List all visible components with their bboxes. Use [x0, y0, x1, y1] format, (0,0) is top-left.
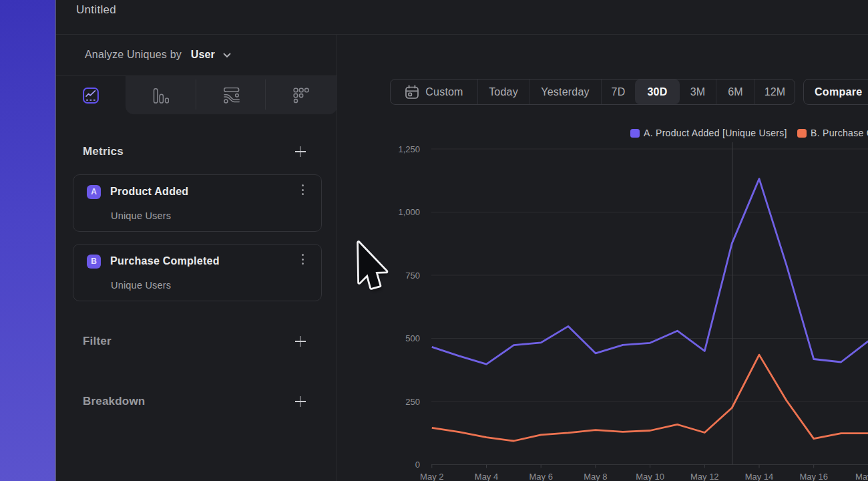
svg-text:May 8: May 8 — [584, 472, 607, 481]
svg-text:May 6: May 6 — [529, 472, 552, 481]
svg-text:May 18: May 18 — [855, 472, 868, 481]
svg-text:May 16: May 16 — [799, 472, 828, 481]
svg-text:750: 750 — [405, 271, 420, 281]
svg-text:May 2: May 2 — [420, 472, 443, 481]
svg-text:May 12: May 12 — [690, 472, 719, 481]
svg-text:1,000: 1,000 — [398, 207, 420, 217]
svg-text:0: 0 — [415, 460, 420, 470]
svg-text:May 14: May 14 — [745, 472, 774, 481]
svg-text:1,250: 1,250 — [398, 144, 420, 154]
svg-text:May 4: May 4 — [475, 472, 498, 481]
svg-text:May 10: May 10 — [636, 472, 664, 481]
svg-text:500: 500 — [405, 333, 420, 343]
svg-text:250: 250 — [405, 397, 420, 407]
